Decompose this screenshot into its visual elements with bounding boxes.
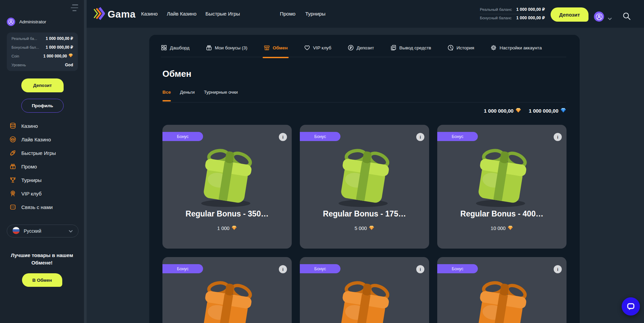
balance-label: Уровень bbox=[12, 63, 26, 67]
sidebar-nav-item[interactable]: Лайв Казино bbox=[0, 133, 84, 146]
wallet-balances: 1 000 000,00 1 000 000,00 bbox=[484, 108, 566, 114]
sidebar-nav-label: Связь с нами bbox=[21, 204, 53, 210]
balance-value: 1 000 000,00 ₽ bbox=[46, 45, 73, 50]
my-bonuses-icon bbox=[206, 45, 212, 51]
account-chevron-down-icon[interactable] bbox=[608, 16, 612, 22]
account-tab[interactable]: Депозит bbox=[348, 43, 374, 53]
sidebar-deposit-button[interactable]: Депозит bbox=[21, 78, 64, 92]
account-tab[interactable]: Настройки аккаунта bbox=[490, 43, 542, 53]
account-avatar-icon[interactable] bbox=[594, 11, 604, 22]
tab-label: Депозит bbox=[357, 45, 374, 50]
orange-gift-image bbox=[465, 275, 538, 323]
bonus-badge: Бонус bbox=[162, 132, 203, 141]
info-icon[interactable]: i bbox=[554, 133, 562, 141]
header-nav-link[interactable]: Лайв Казино bbox=[167, 11, 197, 17]
sidebar-profile-button[interactable]: Профиль bbox=[21, 99, 64, 113]
orange-gem-icon bbox=[515, 108, 521, 114]
balance-value: God bbox=[65, 63, 73, 67]
withdraw-icon bbox=[390, 45, 397, 51]
search-icon[interactable] bbox=[622, 12, 632, 21]
header-nav-link[interactable]: Промо bbox=[280, 11, 295, 17]
orange-gift-image bbox=[328, 275, 401, 323]
exchange-icon bbox=[264, 45, 270, 51]
sidebar-nav-label: Казино bbox=[21, 123, 38, 129]
balance-value: 1 000 000,00 bbox=[43, 53, 73, 59]
filter-tab[interactable]: Турнирные очки bbox=[204, 90, 238, 95]
sidebar-nav-item[interactable]: Быстрые Игры bbox=[0, 146, 84, 160]
balance-label: Coin bbox=[12, 54, 19, 58]
green-gift-image bbox=[465, 142, 538, 210]
bonus-card[interactable]: Бонус i bbox=[300, 257, 429, 323]
bonus-balance-label: Бонусный баланс bbox=[480, 16, 512, 20]
chevron-down-icon bbox=[69, 228, 73, 234]
account-panel: Дашборд Мои бонусы (3) Обмен VIP клуб Де… bbox=[149, 35, 580, 323]
tab-label: Настройки аккаунта bbox=[499, 45, 542, 50]
sidebar-nav-item[interactable]: VIP клуб bbox=[0, 187, 84, 200]
bonus-badge: Бонус bbox=[162, 264, 203, 273]
account-tab[interactable]: Мои бонусы (3) bbox=[206, 43, 247, 53]
header-deposit-button[interactable]: Депозит bbox=[551, 7, 589, 22]
bonus-title: Regular Bonus - 175… bbox=[300, 209, 429, 218]
sidebar-nav-item[interactable]: Казино bbox=[0, 119, 84, 133]
sidebar: Administrator Реальный ба... 1 000 000,0… bbox=[0, 0, 84, 323]
sidebar-nav-label: Промо bbox=[21, 164, 37, 169]
info-icon[interactable]: i bbox=[416, 265, 424, 273]
tabs-divider bbox=[161, 57, 566, 57]
bonus-card[interactable]: Бонус i bbox=[437, 257, 567, 323]
balance-row: Уровень God bbox=[12, 63, 73, 67]
bonus-card[interactable]: Бонус i Regular Bonus - 175… 5 000 bbox=[300, 125, 429, 249]
real-balance-value: 1 000 000,00 ₽ bbox=[516, 7, 545, 12]
live-casino-icon bbox=[9, 136, 16, 143]
sidebar-promo-text: Лучшие товары в нашем Обмене! bbox=[0, 252, 84, 267]
brand-logo[interactable]: Gama bbox=[93, 7, 136, 22]
fast-games-icon bbox=[9, 149, 16, 157]
tab-label: Вывод средств bbox=[399, 45, 431, 50]
language-label: Русский bbox=[24, 228, 65, 234]
balance-divider bbox=[480, 14, 545, 14]
casino-icon bbox=[9, 122, 16, 130]
info-icon[interactable]: i bbox=[279, 265, 287, 273]
sidebar-nav-item[interactable]: Связь с нами bbox=[0, 200, 84, 214]
bonus-badge: Бонус bbox=[437, 264, 478, 273]
info-icon[interactable]: i bbox=[279, 133, 287, 141]
filter-tab[interactable]: Деньги bbox=[180, 90, 195, 95]
bonus-card[interactable]: Бонус i Regular Bonus - 350… 1 000 bbox=[162, 125, 292, 249]
vip-heart-icon bbox=[304, 45, 310, 51]
vip-club-icon bbox=[9, 190, 16, 197]
orange-gem-icon bbox=[369, 226, 374, 231]
bonus-price: 5 000 bbox=[300, 226, 429, 231]
account-tab[interactable]: Вывод средств bbox=[390, 43, 431, 53]
tab-label: Обмен bbox=[273, 45, 288, 50]
sidebar-nav-item[interactable]: Промо bbox=[0, 160, 84, 173]
go-to-exchange-button[interactable]: В Обмен bbox=[22, 273, 62, 287]
orange-gem-icon bbox=[508, 226, 513, 231]
tab-label: VIP клуб bbox=[313, 45, 331, 50]
live-chat-button[interactable] bbox=[622, 297, 640, 316]
language-selector[interactable]: Русский bbox=[7, 225, 79, 237]
wallet-balance: 1 000 000,00 bbox=[484, 108, 521, 114]
bonus-price: 1 000 bbox=[162, 226, 292, 231]
bonus-title: Regular Bonus - 350… bbox=[162, 209, 292, 218]
menu-icon[interactable] bbox=[71, 4, 78, 13]
account-tab[interactable]: VIP клуб bbox=[304, 43, 331, 53]
content-region: Gama КазиноЛайв КазиноБыстрые ИгрыПромоТ… bbox=[87, 0, 644, 323]
sidebar-scrollbar[interactable] bbox=[84, 0, 87, 323]
sidebar-nav-label: Лайв Казино bbox=[21, 137, 51, 142]
filter-tab[interactable]: Все bbox=[162, 90, 171, 95]
account-tab[interactable]: История bbox=[447, 43, 474, 53]
filters-divider bbox=[162, 102, 566, 102]
page-title: Обмен bbox=[162, 69, 191, 79]
sidebar-nav-item[interactable]: Турниры bbox=[0, 173, 84, 187]
header-nav-link[interactable]: Быстрые Игры bbox=[205, 11, 240, 17]
balance-row: Coin 1 000 000,00 bbox=[12, 53, 73, 59]
balance-value: 1 000 000,00 ₽ bbox=[46, 36, 73, 41]
account-tab[interactable]: Дашборд bbox=[161, 43, 190, 53]
deposit-coin-icon bbox=[348, 45, 354, 51]
header-nav-link[interactable]: Казино bbox=[141, 11, 158, 17]
account-tab[interactable]: Обмен bbox=[264, 43, 288, 53]
bonus-card[interactable]: Бонус i bbox=[162, 257, 292, 323]
info-icon[interactable]: i bbox=[416, 133, 424, 141]
info-icon[interactable]: i bbox=[554, 265, 562, 273]
bonus-card[interactable]: Бонус i Regular Bonus - 400… 10 000 bbox=[437, 125, 567, 249]
header-nav-link[interactable]: Турниры bbox=[305, 11, 326, 17]
